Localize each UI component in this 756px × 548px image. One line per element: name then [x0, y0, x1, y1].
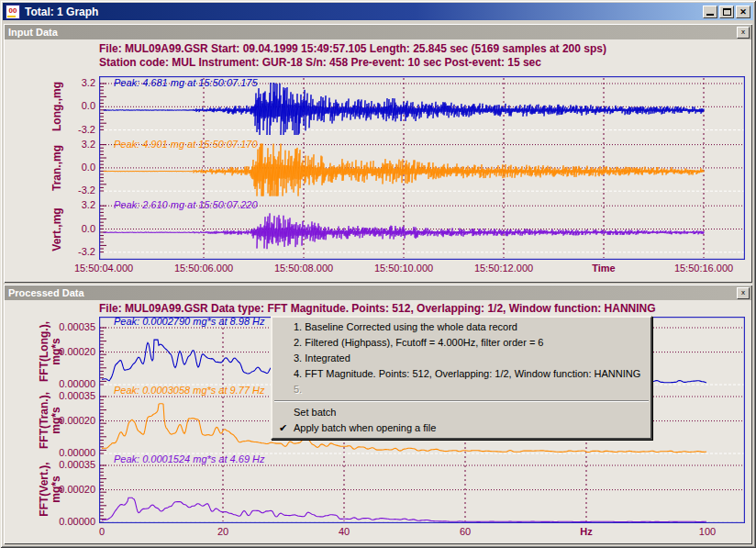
time-axis-label: Time [592, 263, 615, 274]
y-axis-tick-label: 0.00035 [57, 321, 95, 332]
peak-annotation: Peak: 0.0001524 mg*s at 4.69 Hz [114, 453, 265, 464]
y-axis-tick-label: 0.00000 [57, 447, 95, 458]
minimize-icon [706, 14, 714, 16]
checkmark-icon: ✔ [279, 422, 287, 434]
app-window: 00 Total: 1 Graph ✕ Input Data x File: M… [0, 0, 756, 548]
app-icon: 00 [6, 5, 20, 19]
close-icon: ✕ [737, 6, 750, 17]
peak-annotation: Peak: 0.0003058 mg*s at 9.77 Hz [114, 385, 265, 396]
menu-item[interactable]: 5. [272, 382, 650, 397]
peak-annotation: Peak: 2.610 mg at 15:50:07.220 [114, 199, 258, 210]
menu-item-label: 2. Filtered (Highpass), Fcutoff = 4.000H… [294, 337, 543, 348]
input-panel-titlebar[interactable]: Input Data x [5, 25, 751, 39]
close-icon: x [741, 28, 745, 36]
menu-item[interactable]: Set batch [272, 405, 650, 420]
processed-panel-close-button[interactable]: x [737, 287, 750, 299]
input-panel-body: File: MUL09A99.GSR Start: 09.04.1999 15:… [5, 39, 751, 282]
y-axis-tick-label: 0.00020 [57, 346, 95, 357]
input-panel-title: Input Data [8, 27, 737, 38]
input-axis-label: Long.,mg [51, 82, 63, 131]
maximize-icon [723, 8, 731, 16]
menu-item[interactable]: 2. Filtered (Highpass), Fcutoff = 4.000H… [272, 335, 650, 351]
time-axis-label: 15:50:04.000 [74, 263, 133, 274]
menu-item[interactable]: 4. FFT Magnitude. Points: 512, Overlappi… [272, 366, 650, 382]
peak-annotation: Peak: 4.681 mg at 15:50:07.175 [114, 77, 258, 88]
freq-axis-label: Hz [580, 526, 592, 537]
fft-axis-label: FFT(Long.), mg*s [39, 321, 62, 382]
maximize-button[interactable] [719, 6, 734, 18]
app-icon-text: 00 [9, 6, 17, 15]
close-button[interactable]: ✕ [736, 6, 750, 18]
menu-item-label: 3. Integrated [294, 352, 350, 363]
menu-item[interactable]: 3. Integrated [272, 351, 650, 366]
time-axis-label: 15:50:08.000 [274, 263, 333, 274]
freq-axis-label: 40 [339, 526, 350, 537]
y-axis-tick-label: 0.00035 [57, 459, 95, 470]
y-axis-tick-label: 0.00000 [57, 516, 95, 527]
input-axis-label: Tran.,mg [51, 145, 63, 191]
menu-separator [274, 400, 649, 402]
input-data-panel: Input Data x File: MUL09A99.GSR Start: 0… [4, 24, 752, 283]
input-axis-label: Vert.,mg [51, 207, 63, 251]
processed-header: File: MUL09A99.GSR Data type: FFT Magnit… [99, 302, 656, 315]
close-icon: x [741, 288, 745, 296]
menu-item-label: 1. Baseline Corrected using the whole da… [294, 321, 517, 332]
context-menu: 1. Baseline Corrected using the whole da… [271, 316, 652, 440]
time-axis-label: 15:50:16.000 [674, 263, 733, 274]
menu-item[interactable]: ✔Apply batch when opening a file [272, 420, 650, 436]
time-axis-label: 15:50:12.000 [474, 263, 533, 274]
menu-item-label: 5. [294, 384, 302, 395]
y-axis-tick-label: 0.00020 [57, 484, 95, 495]
minimize-button[interactable] [703, 6, 717, 18]
menu-item-label: Apply batch when opening a file [294, 422, 436, 433]
freq-axis-label: 100 [699, 526, 716, 537]
input-header-line1: File: MUL09A99.GSR Start: 09.04.1999 15:… [99, 42, 606, 55]
freq-axis-label: 60 [460, 526, 471, 537]
menu-item[interactable]: 1. Baseline Corrected using the whole da… [272, 319, 650, 335]
time-axis-label: 15:50:10.000 [374, 263, 433, 274]
time-axis-label: 15:50:06.000 [174, 263, 233, 274]
y-axis-tick-label: 0.00000 [57, 378, 95, 389]
fft-axis-label: FFT(Vert.), mg*s [39, 462, 62, 516]
peak-annotation: Peak: 0.0002790 mg*s at 8.98 Hz [114, 316, 265, 327]
freq-axis-label: 0 [99, 526, 105, 537]
y-axis-tick-label: 0.00035 [57, 390, 95, 401]
window-titlebar[interactable]: 00 Total: 1 Graph ✕ [3, 3, 753, 20]
menu-item-label: Set batch [294, 407, 336, 418]
input-waveform-plot[interactable] [99, 76, 745, 260]
processed-panel-title: Processed Data [8, 287, 737, 298]
menu-item-label: 4. FFT Magnitude. Points: 512, Overlappi… [294, 368, 640, 379]
peak-annotation: Peak: 4.901 mg at 15:50:07.170 [114, 139, 258, 150]
window-title: Total: 1 Graph [25, 6, 701, 18]
y-axis-tick-label: 0.00020 [57, 415, 95, 426]
fft-axis-label: FFT(Tran.), mg*s [39, 392, 62, 449]
input-panel-close-button[interactable]: x [737, 27, 750, 39]
input-header-line2: Station code: MUL Instrument: GUR-18 S/n… [99, 56, 541, 69]
processed-panel-titlebar[interactable]: Processed Data x [5, 285, 751, 300]
freq-axis-label: 20 [217, 526, 228, 537]
